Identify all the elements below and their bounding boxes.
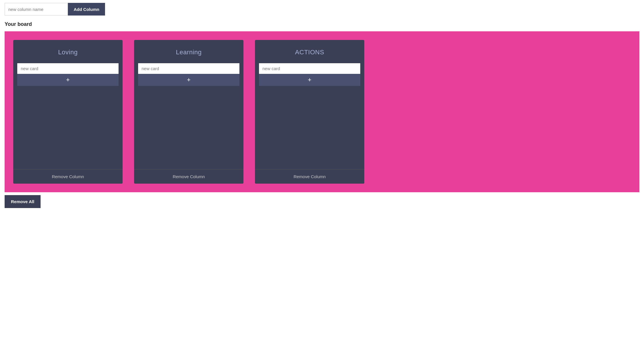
new-card-input[interactable] — [17, 63, 119, 74]
add-card-button[interactable]: + — [138, 74, 239, 86]
column-card: ACTIONS + Remove Column — [255, 40, 364, 184]
add-card-button[interactable]: + — [259, 74, 360, 86]
column-name-input[interactable] — [5, 3, 68, 16]
column-header: Loving — [13, 40, 123, 63]
column-card: Learning + Remove Column — [134, 40, 243, 184]
board-container: Loving + Remove Column Learning + Remove… — [5, 31, 639, 192]
remove-all-button[interactable]: Remove All — [5, 195, 41, 208]
column-header: Learning — [134, 40, 243, 63]
add-column-button[interactable]: Add Column — [68, 3, 105, 16]
column-header: ACTIONS — [255, 40, 364, 63]
add-card-button[interactable]: + — [17, 74, 119, 86]
column-spacer — [134, 91, 243, 169]
remove-column-button[interactable]: Remove Column — [13, 169, 123, 184]
column-spacer — [255, 91, 364, 169]
top-bar: Add Column — [5, 3, 639, 16]
remove-column-button[interactable]: Remove Column — [134, 169, 243, 184]
new-card-input[interactable] — [259, 63, 360, 74]
new-card-input[interactable] — [138, 63, 239, 74]
column-card: Loving + Remove Column — [13, 40, 123, 184]
column-spacer — [13, 91, 123, 169]
remove-column-button[interactable]: Remove Column — [255, 169, 364, 184]
board-title: Your board — [5, 21, 639, 27]
